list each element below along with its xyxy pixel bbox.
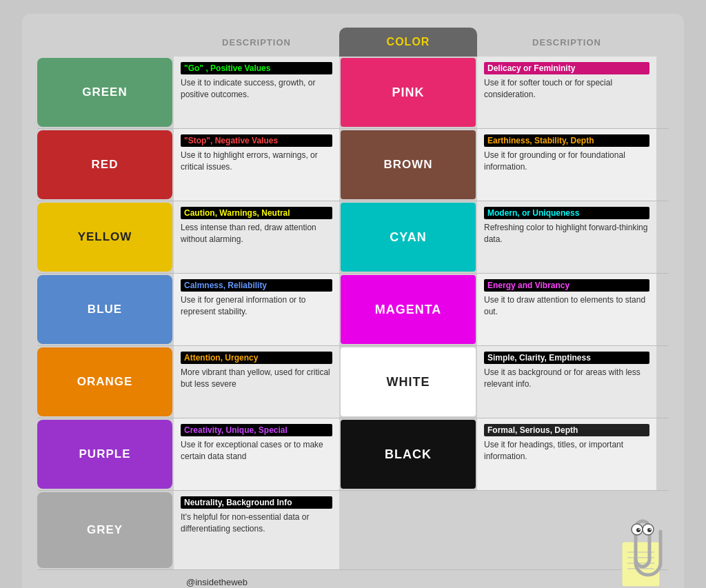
table-row: ORANGEAttention, UrgencyMore vibrant tha… xyxy=(36,346,670,418)
clippy-illustration xyxy=(601,514,670,588)
table-row: RED"Stop", Negative ValuesUse it to high… xyxy=(36,129,670,201)
header-desc-right: DESCRIPTION xyxy=(477,28,656,57)
desc-left-red: "Stop", Negative ValuesUse it to highlig… xyxy=(174,129,339,201)
table-row: BLUECalmness, ReliabilityUse it for gene… xyxy=(36,274,670,345)
desc-right-text-pink: Use it for softer touch or for special c… xyxy=(484,77,649,101)
desc-left-title-orange: Attention, Urgency xyxy=(181,352,332,364)
svg-point-7 xyxy=(636,528,641,532)
desc-left-title-purple: Creativity, Unique, Special xyxy=(181,424,332,436)
color-swatch-purple: PURPLE xyxy=(37,420,172,489)
color-swatch-red: RED xyxy=(37,130,172,199)
watermark: @insidetheweb xyxy=(181,574,253,588)
desc-left-text-orange: More vibrant than yellow, used for criti… xyxy=(181,367,332,390)
desc-left-orange: Attention, UrgencyMore vibrant than yell… xyxy=(174,346,339,418)
table-row: GREYNeutrality, Background InfoIt's help… xyxy=(36,491,670,569)
desc-left-title-red: "Stop", Negative Values xyxy=(181,134,332,147)
svg-point-8 xyxy=(647,528,652,532)
color-swatch-black: BLACK xyxy=(341,420,476,489)
color-swatch-pink: PINK xyxy=(341,58,476,127)
color-swatch-white: WHITE xyxy=(341,347,476,416)
desc-right-title-brown: Earthiness, Stability, Depth xyxy=(484,134,649,147)
header-color-label: Color xyxy=(339,28,477,57)
desc-right-brown: Earthiness, Stability, DepthUse it for g… xyxy=(477,129,656,201)
desc-right-title-white: Simple, Clarity, Emptiness xyxy=(484,352,649,364)
desc-left-text-grey: It's helpful for non-essential data or d… xyxy=(181,511,332,535)
desc-right-text-brown: Use it for grounding or for foundational… xyxy=(484,150,649,173)
header-empty xyxy=(36,28,174,57)
desc-left-text-yellow: Less intense than red, draw attention wi… xyxy=(181,222,332,245)
color-swatch-brown: BROWN xyxy=(341,130,476,199)
desc-right-text-magenta: Use it to draw attention to elements to … xyxy=(484,294,649,318)
header-desc-left: DESCRIPTION xyxy=(174,28,339,57)
table-row: GREEN"Go" , Positive ValuesUse it to ind… xyxy=(36,57,670,128)
rows-container: GREEN"Go" , Positive ValuesUse it to ind… xyxy=(36,57,670,570)
desc-right-text-cyan: Refreshing color to highlight forward-th… xyxy=(484,222,649,245)
desc-left-title-green: "Go" , Positive Values xyxy=(181,62,332,74)
color-swatch-yellow: YELLOW xyxy=(37,203,172,272)
desc-right-pink: Delicacy or FemininityUse it for softer … xyxy=(477,57,656,128)
desc-left-purple: Creativity, Unique, SpecialUse it for ex… xyxy=(174,418,339,490)
color-swatch-green: GREEN xyxy=(37,58,172,127)
desc-left-green: "Go" , Positive ValuesUse it to indicate… xyxy=(174,57,339,128)
desc-right-text-white: Use it as background or for areas with l… xyxy=(484,367,649,390)
desc-right-text-black: Use it for headings, titles, or importan… xyxy=(484,439,649,463)
desc-right-magenta: Energy and VibrancyUse it to draw attent… xyxy=(477,274,656,345)
color-swatch-grey: GREY xyxy=(37,492,172,568)
desc-right-title-black: Formal, Serious, Depth xyxy=(484,424,649,436)
color-swatch-magenta: MAGENTA xyxy=(341,275,476,344)
color-swatch-cyan: CYAN xyxy=(341,203,476,272)
table-row: YELLOWCaution, Warnings, NeutralLess int… xyxy=(36,201,670,273)
color-grid: DESCRIPTION Color DESCRIPTION xyxy=(36,28,670,57)
main-container: DESCRIPTION Color DESCRIPTION GREEN"Go" … xyxy=(22,14,684,588)
desc-right-black: Formal, Serious, DepthUse it for heading… xyxy=(477,418,656,490)
svg-point-9 xyxy=(638,529,640,530)
table-row: PURPLECreativity, Unique, SpecialUse it … xyxy=(36,418,670,490)
desc-right-cyan: Modern, or UniquenessRefreshing color to… xyxy=(477,201,656,273)
desc-left-grey: Neutrality, Background InfoIt's helpful … xyxy=(174,491,339,569)
desc-left-blue: Calmness, ReliabilityUse it for general … xyxy=(174,274,339,345)
svg-rect-0 xyxy=(622,542,660,587)
desc-left-title-yellow: Caution, Warnings, Neutral xyxy=(181,207,332,219)
desc-left-title-blue: Calmness, Reliability xyxy=(181,279,332,292)
desc-right-title-pink: Delicacy or Femininity xyxy=(484,62,649,74)
color-swatch-orange: ORANGE xyxy=(37,347,172,416)
desc-left-title-grey: Neutrality, Background Info xyxy=(181,496,332,509)
desc-right-title-magenta: Energy and Vibrancy xyxy=(484,279,649,292)
desc-left-text-purple: Use it for exceptional cases or to make … xyxy=(181,439,332,463)
desc-left-text-blue: Use it for general information or to rep… xyxy=(181,294,332,318)
desc-right-white: Simple, Clarity, EmptinessUse it as back… xyxy=(477,346,656,418)
desc-right-title-cyan: Modern, or Uniqueness xyxy=(484,207,649,219)
svg-point-10 xyxy=(649,529,651,530)
desc-left-text-green: Use it to indicate success, growth, or p… xyxy=(181,77,332,101)
desc-left-yellow: Caution, Warnings, NeutralLess intense t… xyxy=(174,201,339,273)
color-swatch-blue: BLUE xyxy=(37,275,172,344)
desc-left-text-red: Use it to highlight errors, warnings, or… xyxy=(181,150,332,173)
